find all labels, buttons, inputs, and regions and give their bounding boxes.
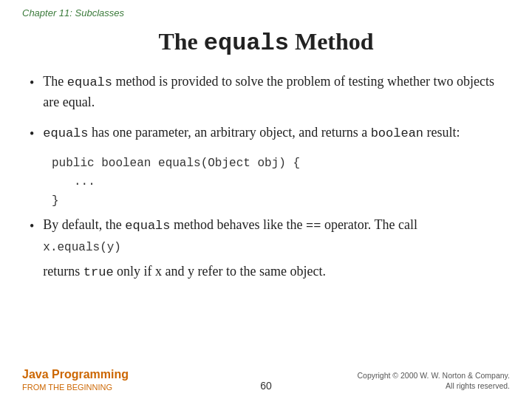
bullet-text-3: By default, the equals method behaves li… [43, 215, 502, 282]
chapter-text: Chapter 11: Subclasses [22, 7, 124, 18]
bullet-item-1: • The equals method is provided to solve… [30, 72, 502, 112]
footer-title: Java Programming [22, 367, 244, 383]
bullet-text-1: The equals method is provided to solve t… [43, 72, 502, 112]
title-suffix: Method [289, 28, 374, 55]
title-code: equals [204, 30, 289, 57]
bullet-dot-1: • [30, 73, 34, 93]
code-true: true [83, 265, 114, 279]
code-equals-2: equals [43, 126, 88, 140]
footer-copyright: Copyright © 2000 W. W. Norton & Company.… [288, 370, 510, 392]
code-line-2: ... [52, 173, 502, 192]
code-block-1: public boolean equals(Object obj) { ... … [52, 154, 502, 211]
code-boolean: boolean [371, 126, 423, 140]
footer-subtitle: FROM THE BEGINNING [22, 383, 244, 392]
slide-content: • The equals method is provided to solve… [0, 72, 532, 282]
bullet-dot-2: • [30, 124, 34, 144]
footer-left: Java Programming FROM THE BEGINNING [22, 367, 244, 392]
bullet-item-3: • By default, the equals method behaves … [30, 215, 502, 282]
code-block-2: x.equals(y) [43, 239, 502, 258]
code-line-3: } [52, 192, 502, 211]
footer-page: 60 [244, 380, 288, 392]
chapter-header: Chapter 11: Subclasses [22, 7, 124, 18]
bullet-text-2: equals has one parameter, an arbitrary o… [43, 123, 502, 143]
code-equals-1: equals [67, 75, 112, 89]
bullet-dot-3: • [30, 216, 34, 236]
code-double-equals: == [306, 219, 321, 233]
code-line-1: public boolean equals(Object obj) { [52, 154, 502, 174]
slide-title: The equals Method [0, 28, 532, 57]
code-equals-3: equals [125, 219, 170, 233]
bullet-item-2: • equals has one parameter, an arbitrary… [30, 123, 502, 144]
footer: Java Programming FROM THE BEGINNING 60 C… [0, 367, 532, 392]
title-prefix: The [158, 28, 203, 55]
